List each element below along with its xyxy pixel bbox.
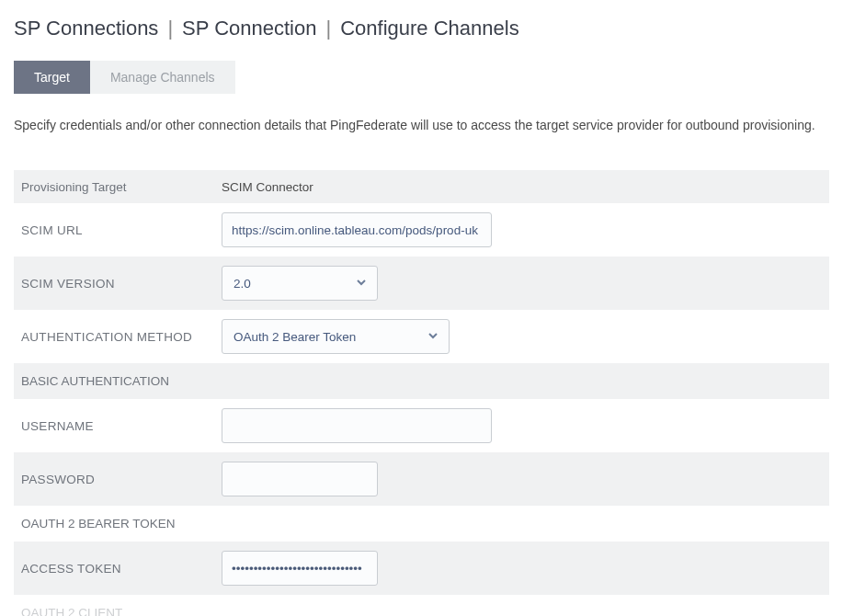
breadcrumb-sep: | <box>167 17 173 40</box>
label-provisioning-target: Provisioning Target <box>21 180 222 194</box>
label-basic-auth-header: BASIC AUTHENTICATION <box>21 374 169 388</box>
row-scim-version: SCIM VERSION 2.0 <box>14 257 829 310</box>
row-username: USERNAME <box>14 399 829 452</box>
label-scim-url: SCIM URL <box>21 223 222 237</box>
select-value-auth-method: OAuth 2 Bearer Token <box>222 319 450 354</box>
section-oauth-bearer: OAUTH 2 BEARER TOKEN <box>14 506 829 542</box>
label-auth-method: AUTHENTICATION METHOD <box>21 330 222 344</box>
label-password: PASSWORD <box>21 473 222 486</box>
breadcrumb-item[interactable]: SP Connection <box>182 17 316 40</box>
section-basic-auth: BASIC AUTHENTICATION <box>14 363 829 399</box>
select-scim-version[interactable]: 2.0 <box>222 266 378 301</box>
label-oauth-bearer-header: OAUTH 2 BEARER TOKEN <box>21 517 176 530</box>
row-scim-url: SCIM URL <box>14 203 829 257</box>
input-password[interactable] <box>222 462 378 496</box>
label-oauth-client-header: OAUTH 2 CLIENT <box>21 606 122 616</box>
label-access-token: ACCESS TOKEN <box>21 562 222 576</box>
tabs: Target Manage Channels <box>14 61 829 94</box>
breadcrumb-sep: | <box>325 17 331 40</box>
input-scim-url[interactable] <box>222 212 492 247</box>
row-password: PASSWORD <box>14 452 829 506</box>
input-access-token[interactable] <box>222 551 378 586</box>
breadcrumb-item[interactable]: Configure Channels <box>340 17 518 40</box>
label-username: USERNAME <box>21 419 222 433</box>
row-provisioning-target: Provisioning Target SCIM Connector <box>14 170 829 203</box>
form-table: Provisioning Target SCIM Connector SCIM … <box>14 170 829 616</box>
input-username[interactable] <box>222 408 492 443</box>
page-description: Specify credentials and/or other connect… <box>14 116 829 135</box>
section-oauth-client: OAUTH 2 CLIENT <box>14 595 829 616</box>
breadcrumb-item[interactable]: SP Connections <box>14 17 158 40</box>
row-access-token: ACCESS TOKEN <box>14 542 829 595</box>
label-scim-version: SCIM VERSION <box>21 277 222 291</box>
value-provisioning-target: SCIM Connector <box>222 180 313 194</box>
select-value-scim-version: 2.0 <box>222 266 378 301</box>
tab-target[interactable]: Target <box>14 61 90 94</box>
breadcrumb: SP Connections | SP Connection | Configu… <box>14 17 829 40</box>
row-auth-method: AUTHENTICATION METHOD OAuth 2 Bearer Tok… <box>14 310 829 363</box>
tab-manage-channels[interactable]: Manage Channels <box>90 61 235 94</box>
select-auth-method[interactable]: OAuth 2 Bearer Token <box>222 319 450 354</box>
